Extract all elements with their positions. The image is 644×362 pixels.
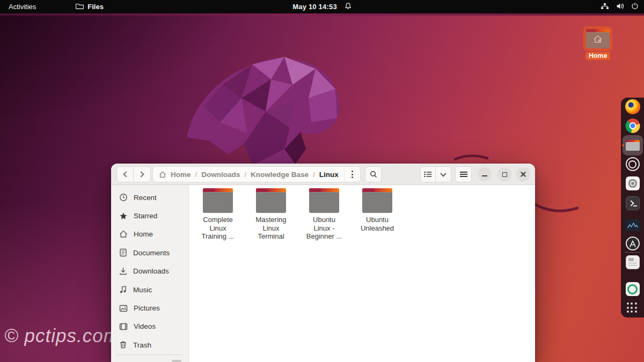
sidebar-label: Videos (134, 322, 156, 330)
wallpaper-top-band (0, 13, 644, 16)
search-button[interactable] (365, 166, 382, 182)
sidebar-label: Pictures (134, 304, 160, 312)
network-icon (601, 3, 609, 11)
sidebar-label: Documents (133, 249, 170, 257)
sidebar-label: Starred (134, 212, 157, 220)
folder-mastering-linux-terminal[interactable]: Mastering Linux Terminal (246, 188, 296, 241)
breadcrumb-downloads[interactable]: Downloads (201, 171, 240, 179)
view-toggle-button[interactable] (420, 166, 451, 182)
sidebar-item-documents[interactable]: Documents (111, 243, 188, 262)
breadcrumb-separator: / (244, 171, 246, 179)
bell-icon (345, 2, 352, 11)
files-window: Home / Downloads / Knowledge Base / Linu… (111, 164, 535, 362)
forward-button[interactable] (134, 166, 151, 182)
system-tray[interactable] (601, 0, 639, 13)
clock-icon (119, 193, 128, 202)
app-menu-files[interactable]: Files (70, 0, 109, 13)
house-icon (119, 230, 128, 238)
folder-ubuntu-linux-beginner[interactable]: Ubuntu Linux - Beginner ... (299, 188, 349, 241)
app-menu-label: Files (87, 3, 104, 11)
dock-disks-icon[interactable] (626, 176, 640, 190)
main-menu-button[interactable] (455, 166, 472, 182)
sidebar-divider (116, 354, 183, 355)
dock-files-icon[interactable] (623, 135, 643, 156)
breadcrumb-home[interactable]: Home (171, 171, 191, 179)
titlebar[interactable]: Home / Downloads / Knowledge Base / Linu… (111, 164, 535, 185)
download-icon (119, 267, 127, 276)
sidebar-item-trash[interactable]: Trash (111, 336, 188, 354)
film-icon (119, 323, 128, 330)
star-icon (119, 212, 128, 220)
sidebar-label: Home (134, 230, 153, 238)
dock-chrome-icon[interactable] (625, 119, 640, 133)
folder-complete-linux-training[interactable]: Complete Linux Training ... (193, 188, 243, 241)
minimize-icon (482, 175, 487, 176)
view-options-dropdown[interactable] (436, 167, 451, 182)
hamburger-icon (460, 172, 467, 177)
dock-circle-a-app-icon[interactable] (626, 237, 640, 250)
minimize-button[interactable] (478, 167, 492, 181)
sidebar-scrollbar[interactable] (172, 360, 181, 362)
dock (621, 98, 644, 317)
breadcrumb-separator: / (195, 171, 197, 179)
sidebar-item-music[interactable]: Music (111, 280, 188, 299)
top-panel: Activities Files May 10 14:53 (0, 0, 644, 13)
dock-text-editor-icon[interactable] (626, 255, 640, 269)
maximize-button[interactable] (497, 167, 511, 181)
watermark: © pctips.com (4, 325, 120, 346)
picture-icon (119, 305, 128, 312)
folder-icon (362, 188, 393, 213)
sidebar-item-starred[interactable]: Starred (111, 206, 188, 225)
list-view-icon[interactable] (421, 167, 436, 182)
breadcrumb: Home / Downloads / Knowledge Base / Linu… (153, 171, 344, 179)
activities-button[interactable]: Activities (0, 0, 45, 13)
path-options-button[interactable] (344, 167, 360, 182)
sidebar-item-videos[interactable]: Videos (111, 317, 188, 336)
sidebar: Recent Starred Home Documents Downloads … (111, 185, 189, 362)
breadcrumb-knowledge-base[interactable]: Knowledge Base (251, 171, 309, 179)
dock-terminal-icon[interactable] (626, 196, 640, 210)
folder-ubuntu-unleashed[interactable]: Ubuntu Unleashed (353, 188, 402, 232)
close-button[interactable] (516, 167, 530, 181)
dock-settings-icon[interactable] (626, 157, 640, 171)
search-icon (370, 171, 377, 178)
dock-audio-app-icon[interactable] (625, 219, 640, 231)
sidebar-item-recent[interactable]: Recent (111, 188, 188, 206)
folder-icon (255, 188, 287, 213)
clock: May 10 14:53 (292, 3, 337, 11)
folder-label: Mastering Linux Terminal (255, 216, 286, 241)
volume-icon (616, 3, 624, 11)
wallpaper-gorilla-art (172, 47, 365, 165)
dock-software-updater-icon[interactable] (626, 282, 640, 296)
folder-icon (202, 188, 233, 213)
dock-firefox-icon[interactable] (625, 99, 640, 114)
clock-area[interactable]: May 10 14:53 (292, 2, 352, 11)
file-grid[interactable]: Complete Linux Training ... Mastering Li… (189, 185, 535, 362)
back-button[interactable] (116, 166, 134, 182)
trash-icon (119, 341, 127, 349)
sidebar-item-downloads[interactable]: Downloads (111, 262, 188, 280)
selection-tint (583, 26, 612, 51)
sidebar-item-pictures[interactable]: Pictures (111, 299, 188, 317)
path-bar[interactable]: Home / Downloads / Knowledge Base / Linu… (152, 166, 361, 182)
breadcrumb-linux-current[interactable]: Linux (319, 171, 339, 179)
sidebar-item-home[interactable]: Home (111, 225, 188, 243)
sidebar-label: Music (133, 286, 152, 294)
dock-separator (625, 252, 640, 253)
breadcrumb-separator: / (313, 171, 315, 179)
chevron-left-icon (123, 171, 129, 177)
home-shortcut-label: Home (586, 52, 611, 60)
close-icon (520, 171, 526, 178)
folder-icon (76, 3, 84, 11)
maximize-icon (502, 172, 507, 177)
folder-label: Ubuntu Unleashed (361, 216, 394, 232)
sidebar-label: Downloads (133, 267, 169, 275)
dock-show-applications-icon[interactable] (627, 302, 639, 314)
power-icon (631, 2, 639, 11)
sidebar-label: Trash (133, 341, 151, 349)
desktop-home-shortcut[interactable]: Home (583, 26, 613, 60)
document-icon (119, 248, 127, 257)
home-icon (159, 171, 166, 178)
wallpaper-swish-small (454, 152, 488, 161)
files-running-indicator (622, 144, 624, 146)
